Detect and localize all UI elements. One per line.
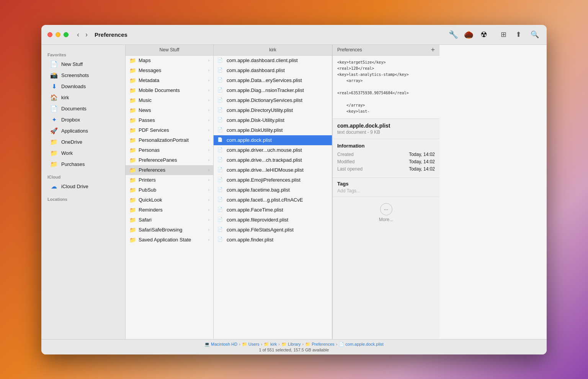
list-item[interactable]: 📁 QuickLook › — [126, 195, 213, 205]
sidebar: Favorites 📄 New Stuff 📸 Screenshots ⬇ Do… — [41, 45, 126, 339]
more-button[interactable]: ··· — [380, 203, 392, 215]
sidebar-item-screenshots[interactable]: 📸 Screenshots — [44, 70, 122, 81]
list-item[interactable]: 📁 News › — [126, 105, 213, 115]
list-item[interactable]: 📄 com.apple.drive...leHIDMouse.plist — [214, 165, 332, 175]
icloud-icon: ☁ — [51, 183, 57, 190]
list-item[interactable]: 📁 Mobile Documents › — [126, 85, 213, 95]
breadcrumb-preferences[interactable]: 📁 Preferences — [305, 342, 334, 347]
main-content: Favorites 📄 New Stuff 📸 Screenshots ⬇ Do… — [41, 45, 547, 339]
breadcrumb-kirk[interactable]: 📁 kirk — [264, 342, 277, 347]
list-item[interactable]: 📁 Music › — [126, 95, 213, 105]
breadcrumb-sep: › — [261, 342, 263, 346]
sidebar-item-label: iCloud Drive — [61, 184, 88, 189]
more-label: More... — [379, 217, 393, 222]
sidebar-item-work[interactable]: 📁 Work — [44, 148, 122, 159]
list-item[interactable]: 📄 com.apple.fileproviderd.plist — [214, 215, 332, 225]
statusbar: 💻 Macintosh HD › 📁 Users › 📁 kirk › 📁 Li… — [41, 339, 547, 354]
info-row-created: Created Today, 14:02 — [337, 152, 435, 157]
back-button[interactable]: ‹ — [75, 30, 82, 39]
new-stuff-icon: 📄 — [51, 61, 57, 68]
folder-icon: 📁 — [129, 77, 136, 84]
list-item[interactable]: 📄 com.apple.Data...eryServices.plist — [214, 75, 332, 85]
list-item[interactable]: 📄 com.apple.dashboard.client.plist — [214, 56, 332, 66]
list-item-dock-plist[interactable]: 📄 com.apple.dock.plist — [214, 135, 332, 145]
share-button[interactable]: ⬆ — [514, 29, 523, 40]
list-item[interactable]: 📁 Reminders › — [126, 205, 213, 215]
list-item[interactable]: 📄 com.apple.faceti...g.plist.cRnACvE — [214, 195, 332, 205]
list-item[interactable]: 📄 com.apple.facetime.bag.plist — [214, 185, 332, 195]
maximize-button[interactable] — [64, 32, 69, 37]
list-item[interactable]: 📁 Printers › — [126, 175, 213, 185]
minimize-button[interactable] — [56, 32, 60, 37]
tags-section: Tags Add Tags... — [333, 177, 439, 197]
list-item[interactable]: 📁 Safari › — [126, 215, 213, 225]
sidebar-item-label: Documents — [61, 106, 87, 112]
close-button[interactable] — [47, 32, 52, 37]
list-item[interactable]: 📄 com.apple.finder.plist — [214, 235, 332, 245]
list-item[interactable]: 📁 Messages › — [126, 66, 213, 75]
add-column-button[interactable]: + — [431, 46, 435, 53]
file-icon: 📄 — [217, 207, 224, 213]
search-button[interactable]: 🔍 — [529, 29, 541, 40]
chevron-icon: › — [208, 78, 209, 82]
tool-icon[interactable]: 🔧 — [447, 28, 459, 41]
list-item[interactable]: 📁 PDF Services › — [126, 125, 213, 135]
list-item[interactable]: 📄 com.apple.driver...uch.mouse.plist — [214, 145, 332, 155]
list-item[interactable]: 📁 Passes › — [126, 115, 213, 125]
preview-filetype: text document - 9 KB — [333, 130, 439, 139]
list-item[interactable]: 📁 Metadata › — [126, 75, 213, 85]
list-item[interactable]: 📁 SafariSafeBrowsing › — [126, 225, 213, 235]
list-item[interactable]: 📄 com.apple.Diag...nsionTracker.plist — [214, 85, 332, 95]
list-item[interactable]: 📁 Maps › — [126, 56, 213, 66]
folder-icon: 📁 — [129, 67, 136, 74]
list-item[interactable]: 📄 com.apple.DirectoryUtility.plist — [214, 105, 332, 115]
chevron-icon: › — [208, 208, 209, 212]
list-item[interactable]: 📄 com.apple.FileStatsAgent.plist — [214, 225, 332, 235]
forward-button[interactable]: › — [83, 30, 90, 39]
breadcrumb-users[interactable]: 📁 Users — [242, 342, 260, 347]
list-item[interactable]: 📄 com.apple.DiskUtility.plist — [214, 125, 332, 135]
list-item[interactable]: 📁 PreferencePanes › — [126, 155, 213, 165]
list-item[interactable]: 📄 com.apple.dashboard.plist — [214, 66, 332, 75]
titlebar: ‹ › Preferences 🔧 🌰 ☢ ⊞ ⬆ 🔍 — [41, 25, 547, 45]
sidebar-item-label: OneDrive — [61, 139, 82, 145]
file-icon: 📄 — [217, 117, 224, 123]
acorn-icon[interactable]: 🌰 — [462, 28, 475, 41]
sidebar-item-dropbox[interactable]: ✦ Dropbox — [44, 115, 122, 125]
more-section: ··· More... — [333, 197, 439, 228]
list-item[interactable]: 📄 com.apple.drive...ch.trackpad.plist — [214, 155, 332, 165]
chevron-icon: › — [208, 148, 209, 152]
sidebar-item-purchases[interactable]: 📁 Purchases — [44, 159, 122, 170]
sidebar-item-kirk[interactable]: 🏠 kirk — [44, 92, 122, 103]
sidebar-item-onedrive[interactable]: 📁 OneDrive — [44, 137, 122, 148]
breadcrumb-macintosh-hd[interactable]: 💻 Macintosh HD — [204, 342, 237, 347]
column-view-button[interactable]: ⊞ — [499, 29, 508, 40]
sidebar-item-documents[interactable]: 📄 Documents — [44, 103, 122, 114]
list-item-preferences[interactable]: 📁 Preferences › — [126, 165, 213, 175]
list-item[interactable]: 📄 com.apple.DictionaryServices.plist — [214, 95, 332, 105]
sidebar-item-icloud-drive[interactable]: ☁ iCloud Drive — [44, 181, 122, 192]
column-new-stuff: New Stuff 📁 Maps › 📁 Messages › 📁 Metada… — [126, 45, 214, 339]
sidebar-item-applications[interactable]: 🚀 Applications — [44, 126, 122, 136]
list-item[interactable]: 📄 com.apple.EmojiPreferences.plist — [214, 175, 332, 185]
list-item[interactable]: 📄 com.apple.Disk-Utility.plist — [214, 115, 332, 125]
col2-header: kirk — [214, 45, 332, 56]
file-icon: 📄 — [217, 147, 224, 153]
preview-panel: Preferences + <key>targetSize</key> <rea… — [332, 45, 439, 339]
sidebar-item-new-stuff[interactable]: 📄 New Stuff — [44, 59, 122, 70]
list-item[interactable]: 📄 com.apple.FaceTime.plist — [214, 205, 332, 215]
list-item[interactable]: 📁 PubSub › — [126, 185, 213, 195]
sidebar-item-downloads[interactable]: ⬇ Downloads — [44, 81, 122, 92]
breadcrumb-dock-plist[interactable]: 📄 com.apple.dock.plist — [339, 342, 384, 347]
applications-icon: 🚀 — [51, 128, 57, 135]
list-item[interactable]: 📁 Personas › — [126, 145, 213, 155]
tags-placeholder[interactable]: Add Tags... — [337, 188, 435, 194]
breadcrumb-library[interactable]: 📁 Library — [281, 342, 301, 347]
list-item[interactable]: 📁 Saved Application State › — [126, 235, 213, 245]
work-icon: 📁 — [51, 150, 57, 157]
folder-icon: 📁 — [129, 237, 136, 243]
list-item[interactable]: 📁 PersonalizationPortrait › — [126, 135, 213, 145]
radiation-icon[interactable]: ☢ — [478, 28, 490, 41]
info-row-modified: Modified Today, 14:02 — [337, 159, 435, 164]
file-icon: 📄 — [217, 97, 224, 103]
